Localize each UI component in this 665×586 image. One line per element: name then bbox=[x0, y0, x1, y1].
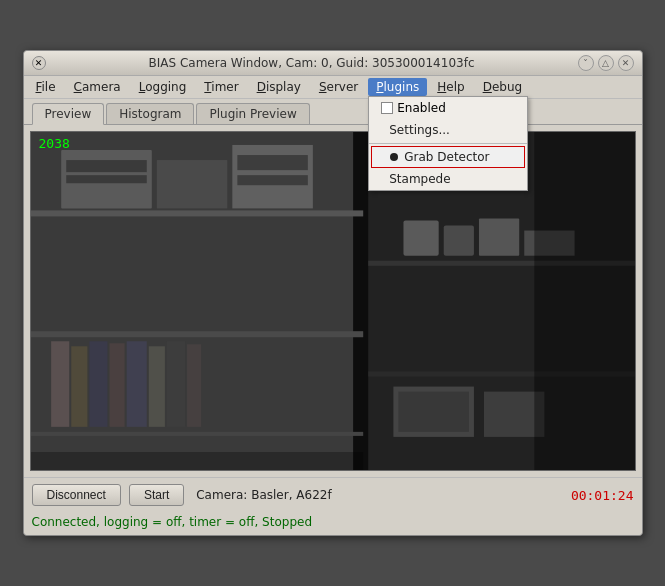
tab-preview[interactable]: Preview bbox=[32, 103, 105, 125]
stampede-item[interactable]: Stampede bbox=[369, 168, 527, 190]
svg-rect-20 bbox=[126, 341, 146, 427]
titlebar-left: ✕ bbox=[32, 56, 46, 70]
grab-detector-item[interactable]: Grab Detector bbox=[371, 146, 525, 168]
bullet-icon bbox=[390, 153, 398, 161]
main-window: ✕ BIAS Camera Window, Cam: 0, Guid: 3053… bbox=[23, 50, 643, 536]
svg-rect-3 bbox=[353, 132, 368, 470]
enabled-row[interactable]: Enabled bbox=[369, 97, 527, 119]
svg-rect-24 bbox=[403, 220, 438, 255]
svg-rect-4 bbox=[31, 210, 363, 216]
svg-rect-32 bbox=[31, 452, 363, 470]
svg-rect-15 bbox=[237, 175, 307, 185]
tab-bar: Preview Histogram Plugin Preview bbox=[24, 99, 642, 125]
frame-counter: 2038 bbox=[39, 136, 70, 151]
svg-rect-14 bbox=[237, 155, 307, 170]
camera-info: Camera: Basler, A622f bbox=[196, 488, 331, 502]
plugins-dropdown: Enabled Settings... Grab Detector Stampe… bbox=[368, 96, 528, 191]
menu-display[interactable]: Display bbox=[249, 78, 309, 96]
tab-histogram[interactable]: Histogram bbox=[106, 103, 194, 124]
svg-rect-11 bbox=[66, 175, 147, 183]
close-button[interactable]: ✕ bbox=[618, 55, 634, 71]
menu-server[interactable]: Server bbox=[311, 78, 366, 96]
camera-image bbox=[31, 132, 635, 470]
menubar: File Camera Logging Timer Display Server… bbox=[24, 76, 642, 99]
titlebar-controls: ˅ △ ✕ bbox=[578, 55, 634, 71]
grab-detector-label: Grab Detector bbox=[404, 150, 489, 164]
timer-display: 00:01:24 bbox=[571, 488, 634, 503]
titlebar-title: BIAS Camera Window, Cam: 0, Guid: 305300… bbox=[149, 56, 475, 70]
menu-camera[interactable]: Camera bbox=[66, 78, 129, 96]
settings-item[interactable]: Settings... bbox=[369, 119, 527, 141]
svg-rect-6 bbox=[31, 432, 363, 436]
start-button[interactable]: Start bbox=[129, 484, 184, 506]
tab-plugin-preview[interactable]: Plugin Preview bbox=[196, 103, 309, 124]
menu-debug[interactable]: Debug bbox=[475, 78, 530, 96]
svg-rect-16 bbox=[51, 341, 69, 427]
svg-rect-25 bbox=[443, 226, 473, 256]
svg-rect-18 bbox=[89, 341, 107, 427]
maximize-button[interactable]: △ bbox=[598, 55, 614, 71]
svg-rect-29 bbox=[398, 392, 468, 432]
minimize-button[interactable]: ˅ bbox=[578, 55, 594, 71]
titlebar: ✕ BIAS Camera Window, Cam: 0, Guid: 3053… bbox=[24, 51, 642, 76]
dropdown-separator bbox=[369, 143, 527, 144]
stampede-label: Stampede bbox=[389, 172, 450, 186]
camera-view: 2038 bbox=[30, 131, 636, 471]
svg-rect-26 bbox=[478, 218, 518, 255]
svg-rect-17 bbox=[71, 346, 87, 427]
status-text: Connected, logging = off, timer = off, S… bbox=[24, 512, 642, 535]
svg-rect-22 bbox=[166, 341, 184, 427]
menu-plugins[interactable]: Plugins bbox=[368, 78, 427, 96]
svg-rect-21 bbox=[148, 346, 164, 427]
plugins-menu-container: Plugins Enabled Settings... Grab Detecto… bbox=[368, 78, 427, 96]
statusbar-buttons: Disconnect Start Camera: Basler, A622f 0… bbox=[24, 477, 642, 512]
content-area: 2038 bbox=[24, 125, 642, 477]
enabled-checkbox[interactable] bbox=[381, 102, 393, 114]
svg-rect-5 bbox=[31, 331, 363, 337]
svg-rect-10 bbox=[66, 160, 147, 172]
menu-timer[interactable]: Timer bbox=[196, 78, 246, 96]
svg-rect-19 bbox=[109, 343, 124, 427]
svg-rect-31 bbox=[534, 132, 635, 470]
svg-rect-12 bbox=[156, 160, 226, 208]
svg-rect-23 bbox=[187, 344, 201, 427]
titlebar-icon-btn[interactable]: ✕ bbox=[32, 56, 46, 70]
disconnect-button[interactable]: Disconnect bbox=[32, 484, 121, 506]
menu-logging[interactable]: Logging bbox=[131, 78, 195, 96]
settings-label: Settings... bbox=[389, 123, 450, 137]
menu-help[interactable]: Help bbox=[429, 78, 472, 96]
enabled-label: Enabled bbox=[397, 101, 446, 115]
menu-file[interactable]: File bbox=[28, 78, 64, 96]
